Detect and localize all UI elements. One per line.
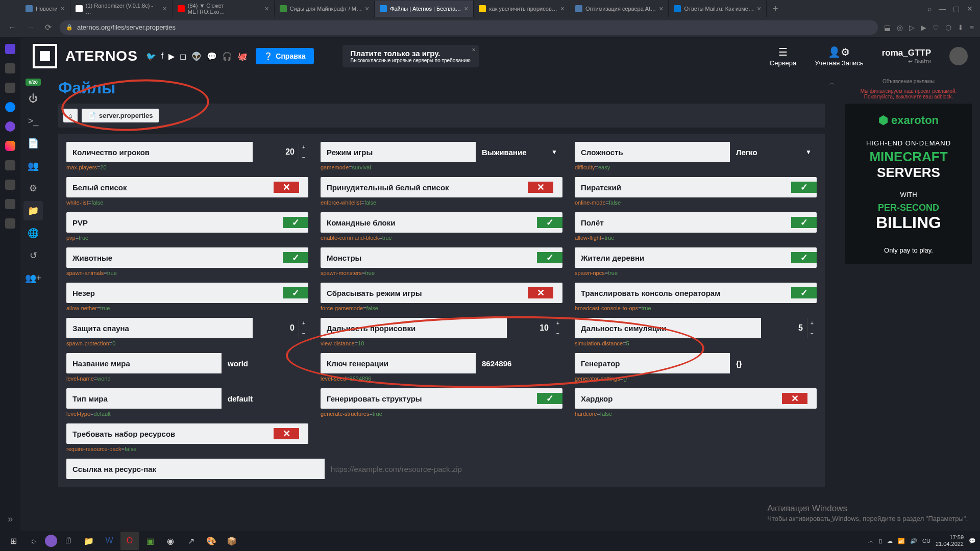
- start-button[interactable]: ⊞: [4, 532, 22, 550]
- sidebar-app-icon[interactable]: [5, 160, 15, 170]
- search-icon[interactable]: ⌕: [927, 5, 932, 13]
- sidebar-app-icon[interactable]: [5, 218, 15, 229]
- stepper-up[interactable]: +: [299, 318, 308, 328]
- taskbar-app[interactable]: 🗓: [59, 532, 78, 550]
- log-icon[interactable]: 📄: [23, 134, 43, 153]
- sidebar-app-icon[interactable]: [5, 63, 15, 73]
- settings-icon[interactable]: ⚙: [23, 179, 43, 198]
- stepper-up[interactable]: +: [299, 142, 308, 152]
- avatar[interactable]: [949, 47, 968, 65]
- tab-1[interactable]: (1) Randomizer (V.0.1.8c) - …×: [70, 1, 173, 17]
- console-icon[interactable]: >_: [23, 111, 43, 131]
- github-icon[interactable]: 🐙: [237, 52, 248, 61]
- worlds-icon[interactable]: 🌐: [23, 223, 43, 243]
- stepper-down[interactable]: −: [807, 328, 817, 338]
- sidebar-app-icon[interactable]: [5, 44, 15, 54]
- cube-icon[interactable]: ⬡: [945, 23, 951, 32]
- tab-close-icon[interactable]: ×: [560, 5, 565, 13]
- nether-toggle[interactable]: ✓: [274, 287, 308, 298]
- hardcore-toggle[interactable]: ✕: [782, 393, 817, 404]
- taskbar-app[interactable]: ↗: [182, 532, 200, 550]
- cmdblocks-toggle[interactable]: ✓: [528, 217, 562, 228]
- stepper-down[interactable]: −: [553, 328, 562, 338]
- sidebar-app-icon[interactable]: [5, 121, 15, 132]
- tray-icon[interactable]: ▯: [879, 538, 882, 544]
- reqpack-toggle[interactable]: ✕: [274, 428, 308, 439]
- stepper-up[interactable]: +: [553, 318, 562, 328]
- difficulty-select[interactable]: Легко: [730, 142, 817, 162]
- level-name-input[interactable]: [222, 353, 308, 373]
- tab-7[interactable]: Ответы Mail.ru: Как изме…×: [669, 1, 767, 17]
- nav-servers[interactable]: ☰Сервера: [770, 46, 796, 67]
- taskbar-app[interactable]: ▣: [141, 532, 159, 550]
- tab-6[interactable]: Оптимизация сервера At…×: [570, 1, 669, 17]
- tray-volume-icon[interactable]: 🔊: [910, 538, 917, 544]
- addr-icon[interactable]: ⬓: [884, 23, 891, 32]
- sidebar-app-icon[interactable]: [5, 199, 15, 209]
- exaroton-promo[interactable]: Платите только за игру. Высококлассные и…: [342, 45, 479, 67]
- tab-5[interactable]: как увеличить прорисов…×: [474, 1, 570, 17]
- pack-url-input[interactable]: [325, 459, 817, 479]
- sidebar-app-icon[interactable]: [5, 180, 15, 190]
- stepper-down[interactable]: −: [299, 152, 308, 162]
- online-toggle[interactable]: ✓: [782, 182, 817, 193]
- opera-icon[interactable]: O: [120, 532, 139, 550]
- backups-icon[interactable]: ↺: [23, 246, 43, 265]
- stepper-up[interactable]: +: [807, 318, 817, 328]
- scroll-up-icon[interactable]: ︿: [829, 79, 835, 87]
- max-players-input[interactable]: [253, 142, 299, 162]
- steam-icon[interactable]: ◉: [161, 532, 180, 550]
- addr-icon[interactable]: ◎: [897, 23, 903, 32]
- help-button[interactable]: ❔ Справка: [256, 48, 313, 64]
- facebook-icon[interactable]: f: [161, 52, 163, 61]
- access-icon[interactable]: 👥+: [23, 268, 43, 288]
- taskbar-app[interactable]: [45, 535, 57, 547]
- reddit-icon[interactable]: 👽: [191, 52, 202, 61]
- minimize-icon[interactable]: —: [939, 5, 946, 13]
- power-icon[interactable]: ⏻: [23, 89, 43, 108]
- tab-close-icon[interactable]: ×: [757, 5, 761, 13]
- breadcrumb-file[interactable]: 📄 server.properties: [82, 109, 159, 122]
- new-tab-button[interactable]: +: [767, 4, 785, 14]
- stepper-down[interactable]: −: [299, 328, 308, 338]
- players-icon[interactable]: 👥: [23, 156, 43, 176]
- monsters-toggle[interactable]: ✓: [528, 252, 562, 263]
- forcegm-toggle[interactable]: ✕: [528, 287, 562, 298]
- tab-4[interactable]: Файлы | Aternos | Беспла…×: [375, 1, 474, 17]
- enforce-wl-toggle[interactable]: ✕: [528, 182, 562, 193]
- taskbar-clock[interactable]: 17:59 21.04.2022: [936, 534, 964, 547]
- reload-button[interactable]: ⟳: [43, 20, 54, 34]
- tab-close-icon[interactable]: ×: [464, 5, 468, 13]
- structures-toggle[interactable]: ✓: [528, 393, 562, 404]
- notifications-icon[interactable]: 💬: [969, 538, 976, 544]
- close-window-icon[interactable]: ✕: [967, 5, 973, 13]
- maximize-icon[interactable]: ▢: [953, 5, 960, 13]
- logo-icon[interactable]: [33, 44, 57, 68]
- taskbar-app[interactable]: W: [100, 532, 118, 550]
- npcs-toggle[interactable]: ✓: [782, 252, 817, 263]
- ad-banner[interactable]: ⬢ exaroton HIGH-END ON-DEMAND MINECRAFT …: [845, 104, 972, 264]
- support-icon[interactable]: 🎧: [222, 52, 232, 61]
- url-input[interactable]: 🔒 aternos.org/files/server.properties: [60, 20, 878, 35]
- tab-close-icon[interactable]: ×: [265, 5, 269, 13]
- youtube-icon[interactable]: ▶: [168, 52, 175, 61]
- flight-toggle[interactable]: ✓: [782, 217, 817, 228]
- sidebar-expand-icon[interactable]: »: [8, 514, 13, 524]
- generator-input[interactable]: [730, 353, 817, 373]
- sidebar-app-icon[interactable]: [5, 141, 15, 151]
- tray-chevron-icon[interactable]: ︿: [868, 537, 874, 545]
- menu-icon[interactable]: ≡: [970, 23, 974, 32]
- logout-link[interactable]: ↩ Выйти: [908, 58, 931, 65]
- tray-lang[interactable]: CU: [922, 538, 930, 544]
- pvp-toggle[interactable]: ✓: [274, 217, 308, 228]
- tab-close-icon[interactable]: ×: [659, 5, 663, 13]
- spawn-prot-input[interactable]: [253, 318, 299, 338]
- tab-2[interactable]: (84) ▼ Сюжет METRO:Exo…×: [173, 1, 275, 17]
- taskbar-app[interactable]: 📦: [223, 532, 241, 550]
- tray-wifi-icon[interactable]: 📶: [898, 538, 905, 544]
- addr-icon[interactable]: ▶: [921, 23, 926, 32]
- view-dist-input[interactable]: [507, 318, 553, 338]
- tray-cloud-icon[interactable]: ☁: [887, 538, 893, 544]
- breadcrumb-home[interactable]: ⌂: [63, 109, 78, 122]
- tab-0[interactable]: Новости×: [20, 1, 70, 17]
